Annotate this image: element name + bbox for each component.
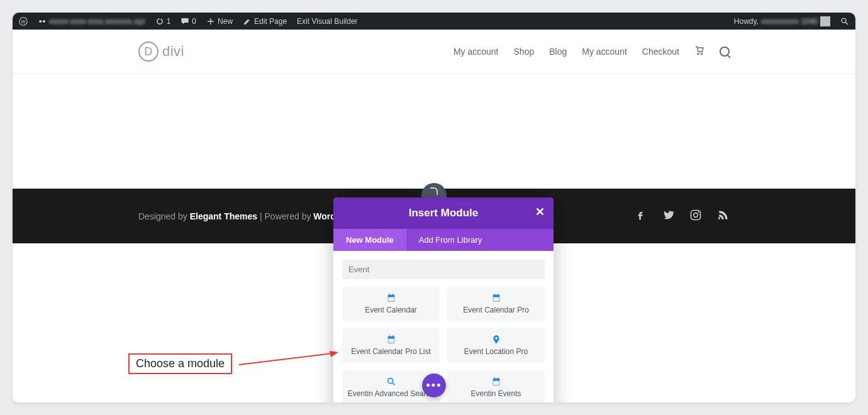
footer-credit: Designed by Elegant Themes | Powered by … [138,211,360,221]
nav-my-account-2[interactable]: My account [582,47,627,57]
svg-text:W: W [21,18,26,24]
module-card-label: Eventin Advanced Search [348,389,434,398]
admin-bar-right: Howdy, xxxxxxxxxx 1040 [732,16,852,26]
exit-visual-builder-button[interactable]: Exit Visual Builder [294,17,360,26]
module-card-label: Event Location Pro [464,347,528,356]
svg-point-4 [842,18,846,23]
avatar [820,16,830,26]
svg-point-3 [43,19,45,22]
admin-bar-left: W xxxxx-xxxx-xxxx.xxxxxxx.xyz 1 0 New Ed… [16,17,360,26]
instagram-icon[interactable] [689,209,702,223]
svg-point-6 [694,213,698,218]
svg-point-2 [39,19,42,22]
modal-header: Insert Module ✕ [333,197,554,229]
insert-module-modal: Insert Module ✕ New Module Add From Libr… [333,197,554,402]
module-card[interactable]: Eventin Events [447,370,545,402]
nav-shop[interactable]: Shop [514,47,535,57]
twitter-icon[interactable] [662,209,674,223]
search-icon[interactable] [720,47,730,57]
wp-admin-bar: W xxxxx-xxxx-xxxx.xxxxxxx.xyz 1 0 New Ed… [13,13,855,30]
comments-icon[interactable]: 0 [178,17,199,26]
module-card[interactable]: Event Calendar [342,287,440,321]
svg-marker-10 [330,351,338,357]
module-card[interactable]: Event Calendar Pro List [342,328,440,362]
rss-icon[interactable] [717,209,730,223]
module-search-input[interactable] [342,260,545,279]
logo-icon: D [138,42,159,62]
module-card-label: Event Calendar Pro List [351,347,431,356]
cart-icon[interactable] [694,45,704,58]
tab-add-from-library[interactable]: Add From Library [406,229,494,251]
nav-my-account[interactable]: My account [453,47,499,57]
site-header: D divi My account Shop Blog My account C… [13,30,855,74]
updates-icon[interactable]: 1 [153,17,174,26]
footer-social [634,209,730,223]
module-card-label: Eventin Events [470,389,521,398]
nav-blog[interactable]: Blog [549,47,567,57]
wp-logo-icon[interactable]: W [16,17,30,26]
admin-search-icon[interactable] [838,17,852,26]
site-logo[interactable]: D divi [138,42,184,62]
builder-fab-button[interactable]: ••• [422,374,446,397]
module-card-label: Event Calendar Pro [463,306,529,314]
howdy-user[interactable]: Howdy, xxxxxxxxxx 1040 [732,16,833,26]
app-frame: W xxxxx-xxxx-xxxx.xxxxxxx.xyz 1 0 New Ed… [13,13,855,402]
edit-page-button[interactable]: Edit Page [240,17,289,26]
modal-title: Insert Module [409,207,479,219]
facebook-icon[interactable] [634,209,647,223]
svg-line-9 [239,353,332,365]
modal-tabs: New Module Add From Library [333,229,554,251]
module-card-label: Event Calendar [365,306,417,314]
svg-point-7 [698,211,699,213]
page-area: Designed by Elegant Themes | Powered by … [13,74,855,402]
annotation-arrow [238,351,338,366]
svg-point-8 [387,378,392,383]
nav-checkout[interactable]: Checkout [642,47,679,57]
main-nav: My account Shop Blog My account Checkout [453,45,855,58]
module-card[interactable]: Event Location Pro [447,328,545,362]
new-button[interactable]: New [204,17,235,26]
module-card[interactable]: Event Calendar Pro [447,287,545,321]
site-name[interactable]: xxxxx-xxxx-xxxx.xxxxxxx.xyz [35,17,148,26]
annotation-label: Choose a module [128,353,232,374]
tab-new-module[interactable]: New Module [333,229,406,251]
close-icon[interactable]: ✕ [535,206,545,218]
